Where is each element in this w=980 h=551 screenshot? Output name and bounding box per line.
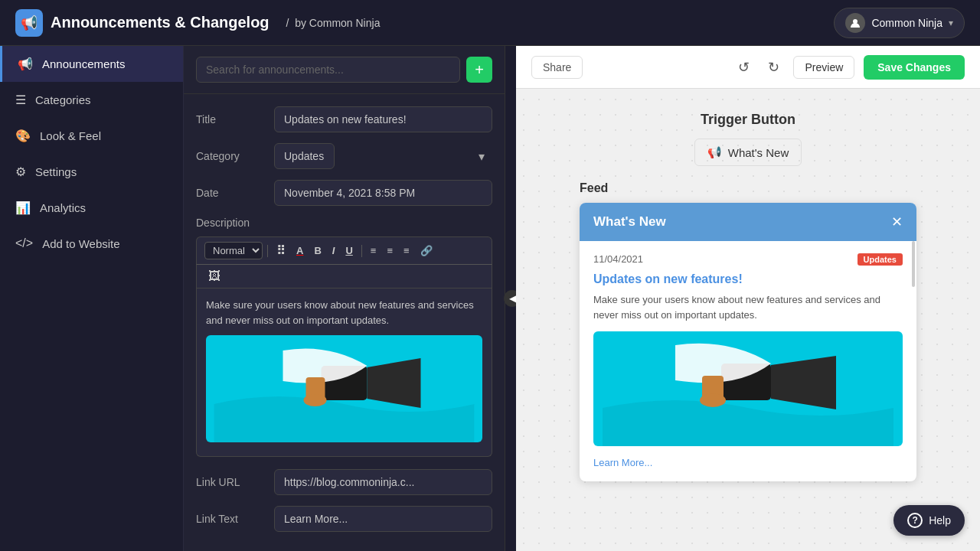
category-label: Category — [196, 150, 265, 162]
search-input[interactable] — [196, 57, 460, 83]
description-label: Description — [196, 217, 492, 229]
align-btn[interactable]: ≡ — [400, 243, 413, 258]
feed-announcement-text: Make sure your users know about new feat… — [593, 292, 903, 322]
app-logo: 📢 Announcements & Changelog / by Common … — [15, 9, 834, 37]
help-label: Help — [929, 514, 951, 527]
sidebar-item-settings[interactable]: ⚙ Settings — [0, 154, 183, 190]
preview-panel: Share ↺ ↻ Preview Save Changes Trigger B… — [516, 46, 980, 551]
sidebar-item-label: Look & Feel — [40, 129, 101, 142]
panel-divider[interactable]: ◀ — [505, 46, 516, 551]
main-layout: 📢 Announcements ☰ Categories 🎨 Look & Fe… — [0, 46, 980, 551]
announcements-icon: 📢 — [18, 57, 33, 71]
link-text-row: Link Text — [196, 506, 492, 532]
trigger-title: Trigger Button — [694, 112, 802, 128]
analytics-icon: 📊 — [15, 201, 31, 215]
add-announcement-button[interactable]: + — [466, 57, 492, 83]
preview-topbar: Share ↺ ↻ Preview Save Changes — [516, 46, 980, 89]
undo-button[interactable]: ↺ — [733, 56, 754, 79]
user-menu[interactable]: Common Ninja ▾ — [834, 8, 965, 38]
sidebar-item-categories[interactable]: ☰ Categories — [0, 82, 183, 118]
insert-image-btn[interactable]: 🖼 — [204, 268, 224, 285]
trigger-button-label: What's New — [728, 146, 789, 159]
trigger-button-preview[interactable]: 📢 What's New — [694, 139, 802, 166]
description-section: Description Normal ⠿ A B I U ≡ ≡ ≡ 🔗 — [196, 217, 492, 457]
app-title: Announcements & Changelog — [51, 14, 270, 31]
sidebar-item-analytics[interactable]: 📊 Analytics — [0, 190, 183, 226]
feed-section: Feed What's New ✕ Updates 11/04/2021 Upd… — [580, 181, 916, 481]
preview-button[interactable]: Preview — [793, 56, 854, 79]
top-header: 📢 Announcements & Changelog / by Common … — [0, 0, 980, 46]
link-url-label: Link URL — [196, 476, 265, 488]
chevron-down-icon: ▾ — [949, 18, 953, 28]
category-row: Category Updates ▾ — [196, 143, 492, 169]
sidebar-item-add-to-website[interactable]: </> Add to Website — [0, 226, 183, 261]
category-select[interactable]: Updates — [274, 143, 335, 169]
feed-card-header: What's New ✕ — [580, 203, 916, 241]
help-icon: ? — [907, 513, 923, 528]
title-row: Title — [196, 106, 492, 132]
help-button[interactable]: ? Help — [893, 505, 965, 536]
save-changes-button[interactable]: Save Changes — [864, 55, 965, 80]
toolbar-separator-2 — [361, 245, 362, 257]
italic-btn[interactable]: I — [328, 243, 339, 258]
feed-card: What's New ✕ Updates 11/04/2021 Updates … — [580, 203, 916, 481]
sidebar: 📢 Announcements ☰ Categories 🎨 Look & Fe… — [0, 46, 184, 551]
sidebar-item-label: Announcements — [42, 57, 125, 70]
user-avatar — [845, 13, 865, 33]
underline-btn[interactable]: U — [341, 243, 356, 258]
ordered-list-btn[interactable]: ≡ — [367, 243, 381, 258]
scroll-indicator — [912, 241, 915, 287]
app-logo-icon: 📢 — [15, 9, 43, 37]
date-label: Date — [196, 187, 265, 199]
title-input[interactable] — [274, 106, 492, 132]
share-button[interactable]: Share — [531, 56, 583, 79]
style-select[interactable]: Normal — [204, 242, 263, 259]
settings-icon: ⚙ — [15, 165, 26, 179]
preview-content: Trigger Button 📢 What's New Feed What's … — [516, 89, 980, 551]
select-arrow-icon: ▾ — [479, 149, 485, 164]
trigger-megaphone-icon: 📢 — [707, 145, 722, 159]
sidebar-item-label: Settings — [35, 165, 77, 178]
feed-title: Feed — [580, 181, 916, 195]
categories-icon: ☰ — [15, 93, 26, 107]
add-website-icon: </> — [15, 236, 33, 250]
date-input[interactable] — [274, 180, 492, 206]
sidebar-item-label: Add to Website — [42, 237, 119, 250]
title-label: Title — [196, 113, 265, 126]
feed-close-button[interactable]: ✕ — [891, 214, 903, 230]
unordered-list-btn[interactable]: ≡ — [383, 243, 397, 258]
center-panel: + Title Category Updates ▾ Date — [184, 46, 505, 551]
font-size-btn[interactable]: ⠿ — [273, 242, 289, 259]
redo-button[interactable]: ↻ — [763, 56, 784, 79]
editor-toolbar: Normal ⠿ A B I U ≡ ≡ ≡ 🔗 — [196, 236, 492, 264]
date-row: Date — [196, 180, 492, 206]
sidebar-item-label: Analytics — [40, 201, 86, 214]
feed-card-title: What's New — [593, 214, 666, 230]
feed-announcement-image — [593, 331, 903, 446]
user-name: Common Ninja — [871, 17, 942, 29]
form-area: Title Category Updates ▾ Date — [184, 94, 505, 551]
look-feel-icon: 🎨 — [15, 129, 31, 143]
editor-content[interactable]: Make sure your users know about new feat… — [196, 289, 492, 457]
feed-card-body: Updates 11/04/2021 Updates on new featur… — [580, 241, 916, 481]
link-text-label: Link Text — [196, 513, 265, 525]
feed-learn-more-link[interactable]: Learn More... — [593, 457, 652, 468]
sidebar-item-look-feel[interactable]: 🎨 Look & Feel — [0, 118, 183, 154]
search-bar: + — [184, 46, 505, 94]
toolbar-separator — [267, 245, 268, 257]
sidebar-item-label: Categories — [35, 93, 91, 106]
svg-point-10 — [700, 393, 726, 407]
font-color-btn[interactable]: A — [292, 243, 307, 258]
svg-point-5 — [304, 394, 327, 406]
editor-text: Make sure your users know about new feat… — [206, 298, 482, 328]
trigger-section: Trigger Button 📢 What's New — [694, 112, 802, 166]
app-by: / by Common Ninja — [283, 17, 381, 29]
sidebar-item-announcements[interactable]: 📢 Announcements — [0, 46, 183, 82]
link-url-input[interactable] — [274, 469, 492, 495]
category-select-wrapper: Updates ▾ — [274, 143, 492, 169]
bold-btn[interactable]: B — [310, 243, 325, 258]
feed-category-badge: Updates — [858, 253, 903, 266]
editor-image — [206, 335, 482, 442]
link-text-input[interactable] — [274, 506, 492, 532]
link-btn[interactable]: 🔗 — [416, 243, 436, 258]
